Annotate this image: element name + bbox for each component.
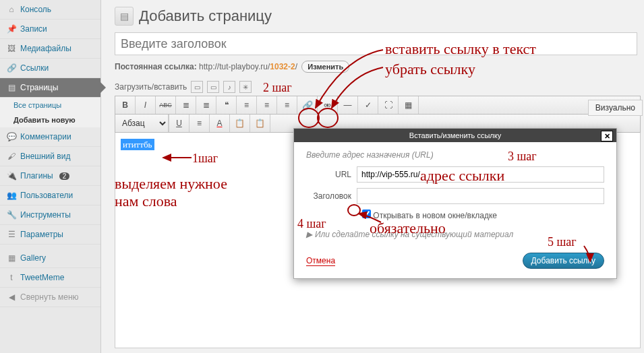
paste-text-button[interactable]: 📋 [230,115,250,132]
modal-hint: Введите адрес назначения (URL) [306,150,604,160]
ul-button[interactable]: ≣ [176,96,196,114]
cancel-button[interactable]: Отмена [306,256,335,266]
page-title-icon: ▤ [115,7,134,26]
url-input[interactable] [357,166,604,183]
settings-icon: ☰ [7,230,16,239]
sidebar-item-tweetmeme[interactable]: tTweetMeme [0,268,100,288]
align-center-button[interactable]: ≡ [257,96,277,114]
upload-row: Загрузить/вставить ▭ ▭ ♪ ✳ [115,81,637,93]
page-title: ▤ Добавить страницу [115,3,637,32]
media-other-button[interactable]: ✳ [239,81,252,93]
media-icon: 🖼 [7,44,16,53]
sidebar-item-media[interactable]: 🖼Медиафайлы [0,39,100,59]
admin-sidebar: ⌂Консоль 📌Записи 🖼Медиафайлы 🔗Ссылки ▤Ст… [0,0,101,353]
post-title-input[interactable] [115,32,637,55]
strike-button[interactable]: ABC [156,96,176,114]
tweet-icon: t [7,273,16,282]
media-audio-button[interactable]: ♪ [223,81,235,93]
plugin-badge: 2 [59,172,70,180]
sidebar-collapse[interactable]: ◀Свернуть меню [0,288,100,307]
sidebar-item-users[interactable]: 👥Пользователи [0,186,100,205]
pin-icon: 📌 [7,24,16,34]
sidebar-item-gallery[interactable]: ▦Gallery [0,249,100,268]
appearance-icon: 🖌 [7,152,16,161]
new-tab-checkbox[interactable] [362,210,371,218]
sidebar-item-settings[interactable]: ☰Параметры [0,225,100,245]
paste-word-button[interactable]: 📋 [250,115,270,132]
sidebar-sub-add[interactable]: Добавить новую [0,113,100,127]
spell-button[interactable]: ✓ [358,96,378,114]
sidebar-item-tools[interactable]: 🔧Инструменты [0,205,100,225]
link-icon: 🔗 [7,63,16,73]
sidebar-item-appearance[interactable]: 🖌Внешний вид [0,147,100,166]
media-video-button[interactable]: ▭ [207,81,219,93]
arrow-right-icon: ▶ [306,230,312,239]
align-left-button[interactable]: ≡ [237,96,257,114]
permalink-row: Постоянная ссылка: http://tut-playboy.ru… [115,61,637,73]
italic-button[interactable]: I [136,96,156,114]
url-label: URL [306,170,357,179]
sidebar-item-comments[interactable]: 💬Комментарии [0,127,100,147]
justify-button[interactable]: ≡ [189,115,210,132]
sidebar-item-console[interactable]: ⌂Консоль [0,0,100,20]
fullscreen-button[interactable]: ⛶ [378,96,399,114]
kitchensink-button[interactable]: ▦ [399,96,419,114]
media-image-button[interactable]: ▭ [191,81,203,93]
tab-visual[interactable]: Визуально [588,100,643,116]
home-icon: ⌂ [7,5,16,14]
sidebar-item-posts[interactable]: 📌Записи [0,20,100,39]
ol-button[interactable]: ≣ [196,96,216,114]
tools-icon: 🔧 [7,210,16,220]
bold-button[interactable]: B [115,96,136,114]
remove-link-button[interactable]: ⚮ [318,96,338,114]
title-label: Заголовок [306,191,357,201]
sidebar-item-links[interactable]: 🔗Ссылки [0,59,100,78]
modal-header[interactable]: Вставить/изменить ссылку ✕ [294,129,616,142]
link-modal: Вставить/изменить ссылку ✕ Введите адрес… [293,128,617,279]
insert-link-button[interactable]: 🔗 [297,96,318,114]
toolbar-row-1: B I ABC ≣ ≣ ❝ ≡ ≡ ≡ 🔗 ⚮ — ✓ ⛶ ▦ [115,96,641,115]
users-icon: 👥 [7,191,16,200]
selected-text: ититтбь [121,139,154,150]
sidebar-item-pages[interactable]: ▤Страницы [0,78,100,98]
add-link-button[interactable]: Добавить ссылку [523,253,604,269]
format-select[interactable]: Абзац [115,115,169,132]
sidebar-item-plugins[interactable]: 🔌Плагины2 [0,166,100,186]
link-title-input[interactable] [357,188,604,204]
align-right-button[interactable]: ≡ [277,96,297,114]
comment-icon: 💬 [7,132,16,141]
editor-tabs: Визуально [588,100,643,116]
page-icon: ▤ [7,83,16,92]
sidebar-sub-all[interactable]: Все страницы [0,98,100,113]
plugin-icon: 🔌 [7,171,16,181]
collapse-icon: ◀ [7,292,16,302]
color-button[interactable]: A [210,115,230,132]
edit-slug-button[interactable]: Изменить [301,61,349,73]
more-button[interactable]: — [338,96,358,114]
existing-link-toggle[interactable]: ▶Или сделайте ссылку на существующий мат… [306,230,604,239]
gallery-icon: ▦ [7,253,16,263]
quote-button[interactable]: ❝ [216,96,237,114]
modal-close-button[interactable]: ✕ [601,131,613,141]
underline-button[interactable]: U [169,115,189,132]
